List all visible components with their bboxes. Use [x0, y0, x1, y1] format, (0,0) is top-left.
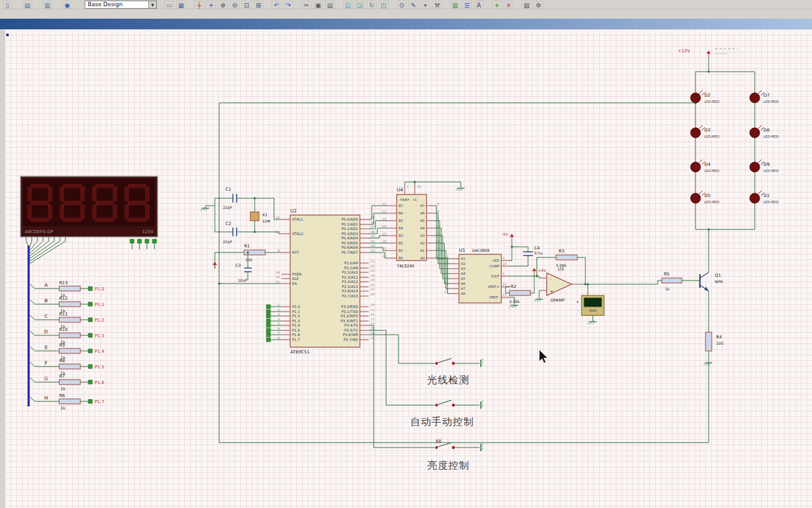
design-selector-dropdown-icon[interactable]: ▼: [148, 1, 156, 8]
pin-name: P0.7/AD7: [341, 251, 358, 254]
netlist-icon[interactable]: A: [474, 1, 484, 9]
pan-icon[interactable]: +: [206, 1, 216, 9]
edit-icon[interactable]: ✎: [408, 1, 418, 9]
pin-number: 19: [417, 185, 421, 188]
bom-icon[interactable]: ☰: [462, 1, 472, 9]
new-file-icon[interactable]: ▯: [2, 1, 12, 9]
net-label: C: [44, 314, 47, 319]
pin-number: 10: [444, 280, 448, 284]
block-delete-icon[interactable]: ◰: [379, 1, 389, 9]
pin-name: A2: [420, 241, 425, 245]
sheet-border-icon[interactable]: ▭: [164, 1, 174, 9]
pin-name: P3.4/T0: [344, 323, 358, 327]
pin-name: P0.6/AD6: [341, 246, 358, 249]
notes-icon[interactable]: ▤: [22, 1, 32, 9]
display-strip-label: ABCDEFG DP: [25, 229, 53, 234]
pin-number: 13: [371, 317, 375, 321]
pin-name: P3.3/INT1: [341, 319, 358, 323]
add-sheet-icon[interactable]: +: [492, 1, 502, 9]
led-ref: D8: [763, 128, 770, 133]
power-label: +5V: [538, 268, 547, 272]
origin-icon[interactable]: ┼: [194, 1, 204, 9]
resistor-value: 10k: [245, 257, 253, 262]
control-switches[interactable]: K8: [369, 325, 483, 451]
pin-name: EA: [292, 282, 297, 285]
property-tool-icon[interactable]: ✦: [420, 1, 430, 9]
pin-number: 9: [278, 249, 280, 252]
redo-icon[interactable]: ↷: [283, 1, 293, 9]
gear-icon[interactable]: ⚙: [534, 1, 544, 9]
net-label: A: [44, 282, 48, 288]
graph-icon[interactable]: ▥: [450, 1, 460, 9]
resistor-ref: R2: [511, 284, 516, 289]
grid-toggle-icon[interactable]: ▦: [176, 1, 186, 9]
editor-window-titlebar[interactable]: [0, 19, 812, 29]
pin-number: 12: [444, 290, 448, 294]
resistor-ref: R11: [59, 312, 68, 317]
clipboard-icon[interactable]: ▧: [522, 1, 532, 9]
copy-icon[interactable]: ▣: [313, 1, 323, 9]
pin-name: A7: [420, 204, 425, 208]
pin-name: A0: [420, 256, 425, 260]
led-array[interactable]: D2LED-REDD3LED-REDD4LED-REDD5LED-REDD7LE…: [677, 49, 778, 229]
pin-name: A3: [420, 234, 425, 237]
pin-number: 12: [382, 209, 386, 213]
block-rotate-icon[interactable]: ↻: [367, 1, 377, 9]
export-icon[interactable]: ▥: [42, 1, 52, 9]
main-toolbar: ▯▤▥◉ Base Design ▼ ▭▦┼+⊕⊖⊡⊞↶↷✂▣▤◱◲↻◰⊙✎✦⚒…: [0, 0, 812, 9]
block-move-icon[interactable]: ◲: [355, 1, 365, 9]
mcu-u2[interactable]: U2AT89C5119XTAL118XTAL29RST29PSEN30ALE31…: [267, 208, 375, 355]
resistor-ref: R8: [59, 358, 65, 363]
pin-number: 13: [382, 217, 386, 221]
zoom-extents-icon[interactable]: ⊞: [253, 1, 263, 9]
pin-name: P1.0: [292, 305, 300, 309]
pin-name: PSEN: [292, 272, 301, 276]
pin-number: 5: [278, 322, 280, 325]
schematic-drawing: ABCDEFG DP1234AR131kP1.0BR121kP1.1CR111k…: [0, 0, 812, 508]
pin-name: P1.1: [292, 310, 300, 314]
led-part: LED-RED: [704, 135, 719, 138]
driver-stage[interactable]: R51kQ1NPNR4100: [662, 228, 724, 365]
pin-number: 6: [278, 327, 280, 330]
meter-plus: +: [576, 299, 579, 304]
undo-icon[interactable]: ↶: [271, 1, 281, 9]
pin-number: 33: [371, 244, 375, 247]
cut-icon[interactable]: ✂: [301, 1, 311, 9]
pin-number: 8: [278, 336, 280, 340]
voltmeter[interactable]: Volts+-: [576, 295, 604, 324]
block-copy-icon[interactable]: ◱: [343, 1, 353, 9]
seven-seg-display[interactable]: ABCDEFG DP1234: [21, 176, 158, 237]
terminal-label: P1.7: [95, 400, 104, 405]
net-label: E: [45, 345, 48, 350]
analog-output[interactable]: -5VC40.1uR35.00kR25.00k+5V: [502, 232, 587, 308]
pin-name: P3.2/INT0: [341, 314, 358, 318]
pin-number: 8: [446, 270, 448, 274]
pin-number: 39: [371, 216, 375, 219]
zoom-area-icon[interactable]: ⊡: [242, 1, 252, 9]
display-pins[interactable]: [26, 237, 156, 264]
design-tool-icon[interactable]: ⚒: [432, 1, 442, 9]
dac-u1[interactable]: U1DAC08085A16A27A38A49A510A611A712A83VEE…: [444, 247, 510, 303]
design-selector[interactable]: Base Design ▼: [85, 1, 157, 9]
zoom-out-icon[interactable]: ⊖: [230, 1, 240, 9]
pick-parts-icon[interactable]: ⊙: [397, 1, 407, 9]
zoom-in-icon[interactable]: ⊕: [218, 1, 228, 9]
design-selector-value: Base Design: [88, 1, 123, 7]
buffer-u4[interactable]: U474LS24511B712B613B514B415B316B217B118B…: [382, 181, 465, 269]
clock-circuit[interactable]: C122pFC222pFX112MR110kC310uF: [201, 187, 281, 282]
pin-number: 5: [446, 255, 448, 259]
paste-icon[interactable]: ▤: [325, 1, 335, 9]
led-part: LED-RED: [704, 169, 719, 173]
pin-name: P3.0/RXD: [341, 305, 359, 309]
pin-number: 10: [371, 303, 375, 307]
help-icon[interactable]: ◉: [62, 1, 72, 9]
switch-label-brightness: 亮度控制: [427, 459, 470, 472]
meter-unit-label: Volts: [589, 309, 597, 312]
resistor-ref: R3: [559, 249, 564, 254]
remove-sheet-icon[interactable]: ×: [504, 1, 514, 9]
pin-name: B2: [399, 241, 403, 245]
resistor-ladder[interactable]: AR131kP1.0BR121kP1.1CR111kP1.2DR101kP1.3…: [29, 280, 105, 411]
pin-name: AB/BA: [400, 198, 410, 201]
file-icon-group: ▯▤▥◉: [2, 1, 82, 9]
pin-name: A2: [461, 262, 465, 266]
